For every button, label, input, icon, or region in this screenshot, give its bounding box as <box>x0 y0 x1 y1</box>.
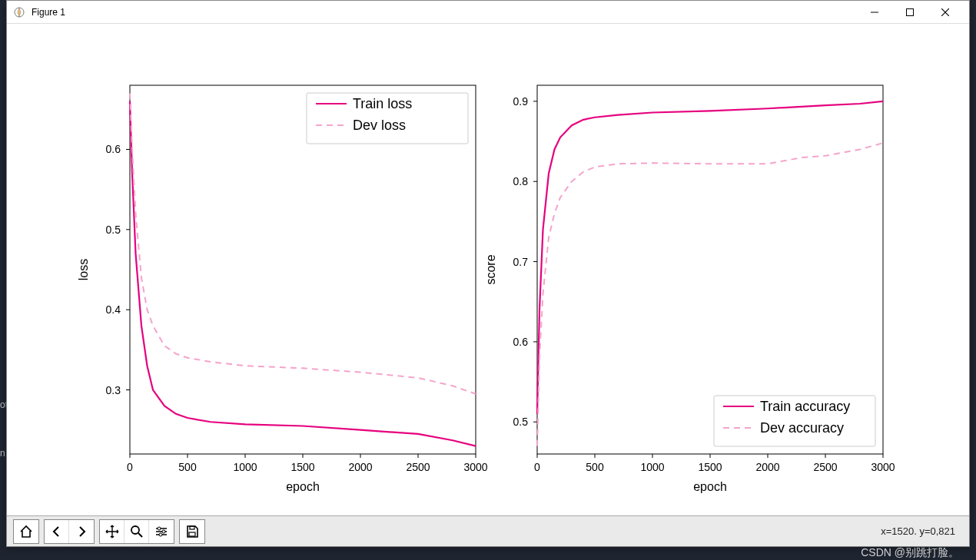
window-controls <box>857 1 963 24</box>
svg-text:2000: 2000 <box>348 461 372 473</box>
svg-text:2000: 2000 <box>755 461 779 473</box>
svg-text:500: 500 <box>178 461 197 473</box>
svg-text:Dev accuracy: Dev accuracy <box>760 420 844 436</box>
svg-text:loss: loss <box>77 259 90 280</box>
coord-readout: x=1520. y=0,821 <box>881 525 963 537</box>
svg-text:0.6: 0.6 <box>106 143 121 155</box>
svg-text:0.9: 0.9 <box>513 95 529 108</box>
svg-text:0.5: 0.5 <box>106 224 121 236</box>
svg-text:500: 500 <box>586 461 604 473</box>
svg-text:0.4: 0.4 <box>106 303 121 316</box>
svg-text:0.8: 0.8 <box>513 175 529 187</box>
svg-point-72 <box>158 527 161 530</box>
matplotlib-toolbar: x=1520. y=0,821 <box>7 515 969 546</box>
svg-rect-75 <box>190 526 194 529</box>
zoom-button[interactable] <box>124 520 149 543</box>
svg-point-73 <box>162 530 165 533</box>
window-title: Figure 1 <box>32 7 857 18</box>
svg-text:epoch: epoch <box>693 480 727 493</box>
svg-text:Train loss: Train loss <box>353 96 412 111</box>
maximize-button[interactable] <box>892 1 928 24</box>
svg-text:epoch: epoch <box>286 480 320 493</box>
svg-text:score: score <box>484 254 497 284</box>
save-button[interactable] <box>180 520 204 543</box>
svg-point-67 <box>131 526 139 534</box>
svg-rect-76 <box>189 532 195 536</box>
svg-text:1500: 1500 <box>290 461 314 473</box>
svg-text:0: 0 <box>127 461 133 473</box>
close-button[interactable] <box>928 1 963 24</box>
svg-text:0: 0 <box>534 461 540 473</box>
app-icon <box>13 6 25 18</box>
svg-text:0.6: 0.6 <box>513 336 529 348</box>
svg-text:Train accuracy: Train accuracy <box>760 399 850 414</box>
forward-button[interactable] <box>69 520 94 543</box>
figure-canvas[interactable]: 0500100015002000250030000.30.40.50.6epoc… <box>7 24 969 515</box>
svg-text:1000: 1000 <box>640 461 664 473</box>
svg-text:Dev loss: Dev loss <box>353 118 406 133</box>
svg-rect-2 <box>907 8 914 15</box>
minimize-button[interactable] <box>857 1 892 24</box>
titlebar: Figure 1 <box>7 1 969 24</box>
pan-button[interactable] <box>100 520 124 543</box>
configure-button[interactable] <box>149 520 174 543</box>
svg-line-68 <box>138 533 142 537</box>
svg-text:0.7: 0.7 <box>513 256 529 268</box>
svg-text:3000: 3000 <box>871 461 895 473</box>
svg-text:0.3: 0.3 <box>106 384 121 396</box>
svg-text:2500: 2500 <box>813 461 837 473</box>
svg-text:0.5: 0.5 <box>513 416 529 428</box>
svg-text:3000: 3000 <box>463 461 487 473</box>
watermark: CSDN @别跳打脸。 <box>861 546 959 560</box>
back-button[interactable] <box>45 520 69 543</box>
home-button[interactable] <box>14 520 38 543</box>
svg-text:2500: 2500 <box>406 461 430 473</box>
svg-text:1500: 1500 <box>698 461 722 473</box>
svg-text:1000: 1000 <box>233 461 257 473</box>
figure-window: Figure 1 0500100015002000250030000.30.40… <box>6 0 970 547</box>
charts-svg: 0500100015002000250030000.30.40.50.6epoc… <box>7 24 969 515</box>
svg-point-74 <box>159 533 162 536</box>
